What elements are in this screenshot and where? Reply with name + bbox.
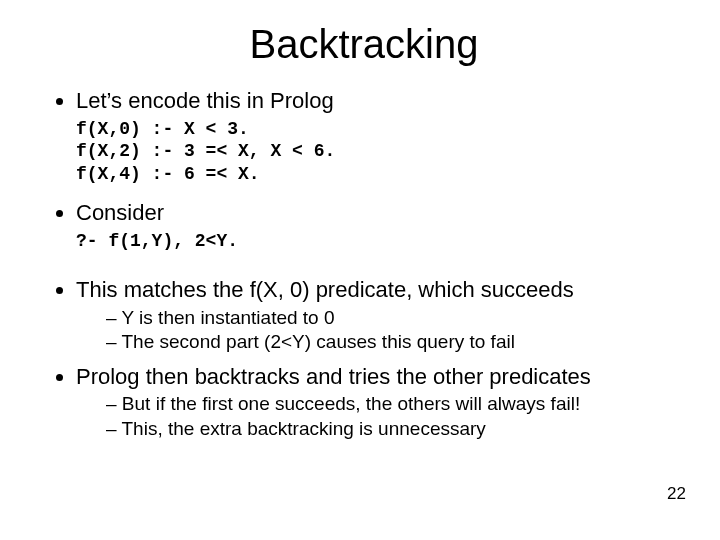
- bullet-encode: Let’s encode this in Prolog f(X,0) :- X …: [76, 87, 680, 185]
- bullet-list: Let’s encode this in Prolog f(X,0) :- X …: [48, 87, 680, 442]
- bullet-backtracks: Prolog then backtracks and tries the oth…: [76, 363, 680, 442]
- code-block-rules: f(X,0) :- X < 3. f(X,2) :- 3 =< X, X < 6…: [76, 118, 680, 186]
- slide: Backtracking Let’s encode this in Prolog…: [0, 0, 720, 540]
- sub-item: The second part (2<Y) causes this query …: [106, 330, 680, 355]
- sub-item: But if the first one succeeds, the other…: [106, 392, 680, 417]
- sub-list: Y is then instantiated to 0 The second p…: [76, 306, 680, 355]
- bullet-consider: Consider ?- f(1,Y), 2<Y.: [76, 199, 680, 252]
- slide-title: Backtracking: [48, 22, 680, 67]
- page-number: 22: [667, 484, 686, 504]
- bullet-backtracks-text: Prolog then backtracks and tries the oth…: [76, 364, 591, 389]
- bullet-encode-text: Let’s encode this in Prolog: [76, 88, 334, 113]
- code-line: f(X,2) :- 3 =< X, X < 6.: [76, 141, 335, 161]
- code-line: f(X,4) :- 6 =< X.: [76, 164, 260, 184]
- sub-item: Y is then instantiated to 0: [106, 306, 680, 331]
- bullet-matches-text: This matches the f(X, 0) predicate, whic…: [76, 277, 574, 302]
- sub-item: This, the extra backtracking is unnecess…: [106, 417, 680, 442]
- bullet-matches: This matches the f(X, 0) predicate, whic…: [76, 276, 680, 355]
- sub-list: But if the first one succeeds, the other…: [76, 392, 680, 441]
- bullet-consider-text: Consider: [76, 200, 164, 225]
- code-line: ?- f(1,Y), 2<Y.: [76, 231, 238, 251]
- code-line: f(X,0) :- X < 3.: [76, 119, 249, 139]
- code-block-query: ?- f(1,Y), 2<Y.: [76, 230, 680, 253]
